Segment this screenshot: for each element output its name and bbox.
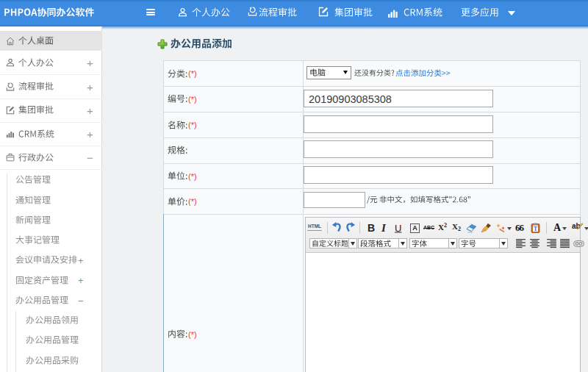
svg-text:T: T [534, 226, 537, 232]
